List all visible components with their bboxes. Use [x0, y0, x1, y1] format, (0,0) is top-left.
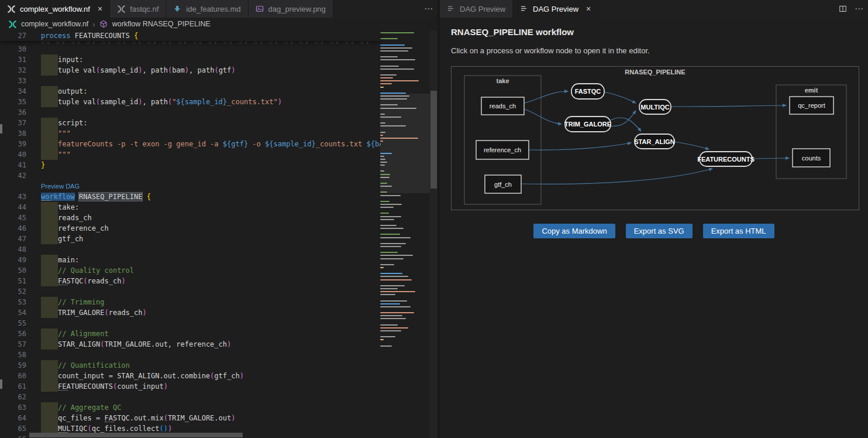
indent-highlight	[41, 118, 58, 128]
codelens-preview-dag[interactable]: Preview DAG	[41, 183, 80, 190]
tab-label: DAG Preview	[460, 5, 505, 13]
split-editor-icon[interactable]	[839, 5, 848, 13]
dag-process-node-TRIM_GALORE[interactable]: TRIM_GALORE	[564, 117, 611, 132]
code-line[interactable]: 33	[0, 76, 438, 86]
code-line[interactable]: 50// Quality control	[0, 265, 438, 276]
tab-complex-workflow-nf[interactable]: complex_workflow.nf×	[0, 0, 110, 18]
copy-as-markdown-button[interactable]: Copy as Markdown	[533, 224, 615, 238]
tab-dag-preview-png[interactable]: dag_preview.png	[249, 0, 333, 18]
line-number: 58	[0, 350, 41, 360]
code-line[interactable]: 44take:	[0, 202, 438, 213]
vertical-scrollbar[interactable]	[430, 30, 438, 438]
vertical-scrollbar-thumb[interactable]	[430, 91, 437, 189]
code-line[interactable]: 42	[0, 170, 438, 181]
dag-process-node-FASTQC[interactable]: FASTQC	[571, 84, 604, 99]
dag-channel-node-reads_ch[interactable]: reads_ch	[481, 97, 524, 115]
code-line[interactable]: 62	[0, 392, 438, 402]
dag-node-label: reads_ch	[490, 102, 516, 110]
code-line[interactable]: 53// Trimming	[0, 297, 438, 307]
dag-node-label: counts	[802, 155, 821, 162]
code-line[interactable]: 49main:	[0, 255, 438, 265]
code-line[interactable]: 48	[0, 244, 438, 255]
minimap[interactable]	[380, 32, 430, 438]
code-line[interactable]: 34output:	[0, 86, 438, 97]
indent-highlight	[41, 381, 58, 392]
code-line[interactable]: 56// Alignment	[0, 328, 438, 339]
code-line[interactable]: 41}	[0, 160, 438, 170]
indent-highlight	[41, 86, 58, 97]
code-line[interactable]: 32tuple val(sample_id), path(bam), path(…	[0, 65, 438, 76]
tab-ide-features-md[interactable]: ide_features.md	[166, 0, 248, 18]
dag-process-node-MULTIQC[interactable]: MULTIQC	[639, 100, 671, 114]
indent-highlight	[41, 371, 58, 381]
code-line[interactable]: 36	[0, 107, 438, 118]
panel-subtitle: Click on a process or workflow node to o…	[451, 46, 857, 55]
dag-channel-node-gtf_ch[interactable]: gtf_ch	[485, 175, 521, 193]
code-line[interactable]: 35tuple val(sample_id), path("${sample_i…	[0, 97, 438, 107]
code-line[interactable]: 64qc_files = FASTQC.out.mix(TRIM_GALORE.…	[0, 413, 438, 423]
tab-fastqc-nf[interactable]: fastqc.nf	[110, 0, 166, 18]
line-number: 62	[0, 392, 41, 402]
close-icon[interactable]: ×	[98, 5, 102, 13]
more-actions-icon[interactable]: ⋯	[424, 4, 433, 14]
tab-dag-preview[interactable]: DAG Preview×	[513, 0, 598, 18]
dag-channel-node-reference_ch[interactable]: reference_ch	[476, 141, 529, 159]
line-number: 47	[0, 234, 41, 244]
code-line[interactable]: 40"""	[0, 149, 438, 160]
code-line[interactable]: 60count_input = STAR_ALIGN.out.combine(g…	[0, 371, 438, 381]
code-line[interactable]: 55	[0, 318, 438, 328]
indent-highlight	[41, 202, 58, 213]
code-line[interactable]: 39featureCounts -p -t exon -g gene_id -a…	[0, 139, 438, 149]
vscode-window: complex_workflow.nf×fastqc.nfide_feature…	[0, 0, 868, 438]
breadcrumb-file[interactable]: complex_workflow.nf	[21, 20, 88, 28]
code-line[interactable]: 37script:	[0, 118, 438, 128]
line-number: 31	[0, 54, 41, 65]
code-line[interactable]: 63// Aggregate QC	[0, 402, 438, 413]
code-line[interactable]: 61FEATURECOUNTS(count_input)	[0, 381, 438, 392]
code-line[interactable]: 52	[0, 286, 438, 297]
code-line[interactable]: 43workflow RNASEQ_PIPELINE {	[0, 191, 438, 202]
close-icon[interactable]: ×	[586, 5, 591, 13]
line-number: 33	[0, 76, 41, 86]
export-as-html-button[interactable]: Export as HTML	[703, 224, 774, 238]
code-line[interactable]: 54TRIM_GALORE(reads_ch)	[0, 307, 438, 318]
minimap-slider[interactable]	[380, 94, 430, 193]
code-line[interactable]: 46reference_ch	[0, 223, 438, 234]
dag-process-node-FEATURECOUNTS[interactable]: FEATURECOUNTS	[697, 152, 755, 166]
horizontal-scrollbar[interactable]	[0, 432, 380, 438]
more-actions-icon[interactable]: ⋯	[855, 4, 863, 14]
tab-dag-preview[interactable]: DAG Preview	[440, 0, 513, 18]
dag-process-node-STAR_ALIGN[interactable]: STAR_ALIGN	[634, 134, 675, 149]
code-line[interactable]: 47gtf_ch	[0, 234, 438, 244]
line-number: 45	[0, 213, 41, 223]
dag-edge-TRIM_GALORE-to-STAR_ALIGN	[611, 118, 641, 131]
code-line[interactable]: 51FASTQC(reads_ch)	[0, 276, 438, 286]
code-line[interactable]: 45reads_ch	[0, 213, 438, 223]
line-number	[0, 181, 41, 191]
horizontal-scrollbar-thumb[interactable]	[29, 433, 243, 437]
dag-channel-node-qc_report[interactable]: qc_report	[790, 97, 833, 114]
editor-group-left: complex_workflow.nf×fastqc.nfide_feature…	[0, 0, 438, 438]
dag-channel-node-counts[interactable]: counts	[793, 149, 830, 167]
sticky-line[interactable]: 27process FEATURECOUNTS {	[0, 30, 380, 41]
dag-title: RNASEQ_PIPELINE	[625, 69, 685, 76]
line-number: 32	[0, 65, 41, 76]
code-line[interactable]: 59// Quantification	[0, 360, 438, 371]
sticky-scroll-line[interactable]: 27process FEATURECOUNTS {	[0, 30, 380, 41]
code-editor[interactable]: 27process FEATURECOUNTS { 3031input:32tu…	[0, 30, 438, 438]
indent-highlight	[41, 297, 58, 307]
tab-label: DAG Preview	[533, 5, 578, 13]
nextflow-icon	[117, 5, 126, 13]
code-line[interactable]: Preview DAG	[0, 181, 438, 191]
indent-highlight	[41, 402, 58, 413]
breadcrumb-symbol[interactable]: workflow RNASEQ_PIPELINE	[112, 20, 211, 28]
export-as-svg-button[interactable]: Export as SVG	[626, 224, 693, 238]
code-line[interactable]: 30	[0, 44, 438, 54]
indent-highlight	[41, 54, 58, 65]
line-number: 53	[0, 297, 41, 307]
code-line[interactable]: 57STAR_ALIGN(TRIM_GALORE.out, reference_…	[0, 339, 438, 350]
code-line[interactable]: 31input:	[0, 54, 438, 65]
code-line[interactable]: 58	[0, 350, 438, 360]
dag-cluster-label: emit	[805, 87, 818, 94]
code-line[interactable]: 38"""	[0, 128, 438, 139]
